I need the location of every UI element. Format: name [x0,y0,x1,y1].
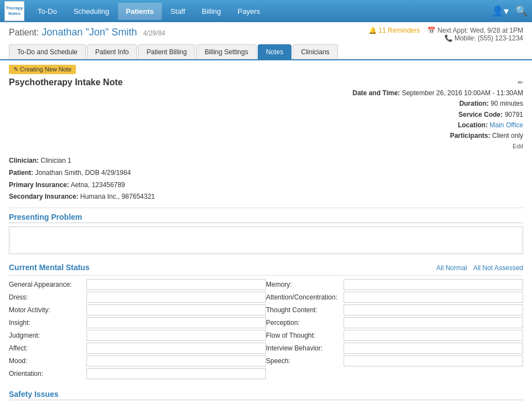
ms-label-flow-of-thought: Flow of Thought: [266,332,344,339]
ms-label-memory: Memory: [266,281,344,288]
date-label: Date and Time: [352,89,400,97]
all-normal-link[interactable]: All Normal [436,264,467,272]
ms-row-dress: Dress: [9,292,266,303]
ms-row-affect: Affect: [9,343,266,354]
ms-row-attention: Attention/Concentration: [266,292,523,303]
primary-ins-value: Aetna, 123456789 [70,181,125,189]
service-code-label: Service Code: [458,111,503,118]
patient-name: Patient: Jonathan "Jon" Smith 4/29/84 [9,27,165,38]
mental-status-grid: General Appearance: Dress: Motor Activit… [9,279,523,381]
tab-patient-billing[interactable]: Patient Billing [138,44,195,59]
primary-ins-label: Primary Insurance: [9,181,69,189]
nav-patients[interactable]: Patients [118,3,162,20]
ms-row-judgment: Judgment: [9,330,266,341]
ms-input-speech[interactable] [344,355,523,366]
phone-icon: 📞 [444,34,453,42]
nav-right: 👤▾ 🔍 [492,5,528,17]
ms-row-orientation: Orientation: [9,368,266,379]
all-not-assessed-link[interactable]: All Not Assessed [473,264,523,272]
ms-input-general-appearance[interactable] [86,279,266,290]
ms-input-judgment[interactable] [86,330,266,341]
ms-input-motor-activity[interactable] [86,304,266,316]
nav-todo[interactable]: To-Do [30,3,65,20]
presenting-problem-input[interactable] [9,226,523,254]
user-icon[interactable]: 👤▾ [492,5,509,17]
ms-input-thought-content[interactable] [344,304,523,316]
location-value[interactable]: Main Office [490,121,523,129]
presenting-problem-section: Presenting Problem [9,213,523,254]
note-title: Psychotherapy Intake Note [9,78,122,87]
new-note-badge: Creating New Note [9,65,76,74]
nav-bar: TherapyNotes To-Do Scheduling Patients S… [0,0,532,22]
nav-items: To-Do Scheduling Patients Staff Billing … [30,3,492,20]
ms-label-perception: Perception: [266,319,344,327]
clinician-label: Clinician: [9,157,39,164]
patient-meta: 🔔 11 Reminders 📅 Next Appt: Wed, 9/28 at… [369,27,523,42]
duration-label: Duration: [459,100,489,107]
patient-header: Patient: Jonathan "Jon" Smith 4/29/84 🔔 … [0,22,532,44]
ms-input-attention[interactable] [344,292,523,303]
patient-tabs: To-Do and Schedule Patient Info Patient … [0,44,532,60]
tab-clinicians[interactable]: Clinicians [293,44,337,59]
ms-row-perception: Perception: [266,317,523,328]
ms-row-general-appearance: General Appearance: [9,279,266,290]
ms-label-insight: Insight: [9,319,86,327]
ms-input-insight[interactable] [86,317,266,328]
tab-patient-info[interactable]: Patient Info [87,44,137,59]
mental-status-header: Current Mental Status All Normal All Not… [9,263,523,273]
ms-row-speech: Speech: [266,355,523,366]
duration-value: 90 minutes [490,100,523,107]
ms-row-flow-of-thought: Flow of Thought: [266,330,523,341]
clinician-value: Clinician 1 [40,157,71,164]
ms-label-thought-content: Thought Content: [266,306,344,314]
mental-status-links: All Normal All Not Assessed [432,264,523,272]
ms-input-affect[interactable] [86,343,266,354]
ms-input-memory[interactable] [344,279,523,290]
mental-status-section: Current Mental Status All Normal All Not… [9,263,523,381]
app-logo[interactable]: TherapyNotes [4,1,24,21]
ms-input-interview-behavior[interactable] [344,343,523,354]
service-code-value: 90791 [505,111,523,118]
ms-input-perception[interactable] [344,317,523,328]
main-content: Creating New Note Psychotherapy Intake N… [0,60,532,403]
ms-row-memory: Memory: [266,279,523,290]
date-value: September 26, 2016 10:00AM - 11:30AM [402,89,523,97]
patient-info-label: Patient: [9,169,33,177]
patient-info-value: Jonathan Smith, DOB 4/29/1984 [35,169,131,177]
reminders-count[interactable]: 11 Reminders [378,27,420,34]
ms-label-dress: Dress: [9,293,86,301]
ms-label-attention: Attention/Concentration: [266,293,344,301]
patient-full-name: Jonathan "Jon" Smith [42,27,137,38]
ms-input-dress[interactable] [86,292,266,303]
patient-dob: 4/29/84 [143,29,165,37]
ms-label-orientation: Orientation: [9,370,86,378]
ms-input-orientation[interactable] [86,368,266,379]
nav-scheduling[interactable]: Scheduling [66,3,117,20]
location-label: Location: [458,121,488,129]
safety-issues-section: Safety Issues None or Suicidal Ideation … [9,390,523,403]
ms-row-insight: Insight: [9,317,266,328]
nav-payers[interactable]: Payers [230,3,268,20]
edit-link[interactable]: Edit [513,143,523,149]
ms-label-interview-behavior: Interview Behavior: [266,344,344,352]
next-appt: Next Appt: Wed, 9/28 at 1PM [437,27,523,34]
tab-todo-schedule[interactable]: To-Do and Schedule [9,44,86,59]
secondary-ins-label: Secondary Insurance: [9,193,78,200]
ms-row-interview-behavior: Interview Behavior: [266,343,523,354]
pencil-icon[interactable]: ✏ [518,79,523,86]
safety-issues-title: Safety Issues [9,390,523,400]
note-info: Clinician: Clinician 1 Patient: Jonathan… [9,155,523,203]
tab-notes[interactable]: Notes [258,44,291,59]
calendar-icon: 📅 [427,27,436,34]
tab-billing-settings[interactable]: Billing Settings [196,44,257,59]
ms-input-flow-of-thought[interactable] [344,330,523,341]
ms-label-general-appearance: General Appearance: [9,281,86,288]
patient-label: Patient: [9,28,39,37]
ms-label-motor-activity: Motor Activity: [9,306,86,314]
ms-input-mood[interactable] [86,355,266,366]
participants-label: Participants: [450,132,490,140]
nav-staff[interactable]: Staff [163,3,193,20]
nav-billing[interactable]: Billing [194,3,229,20]
search-icon[interactable]: 🔍 [515,5,528,17]
ms-label-mood: Mood: [9,357,86,365]
